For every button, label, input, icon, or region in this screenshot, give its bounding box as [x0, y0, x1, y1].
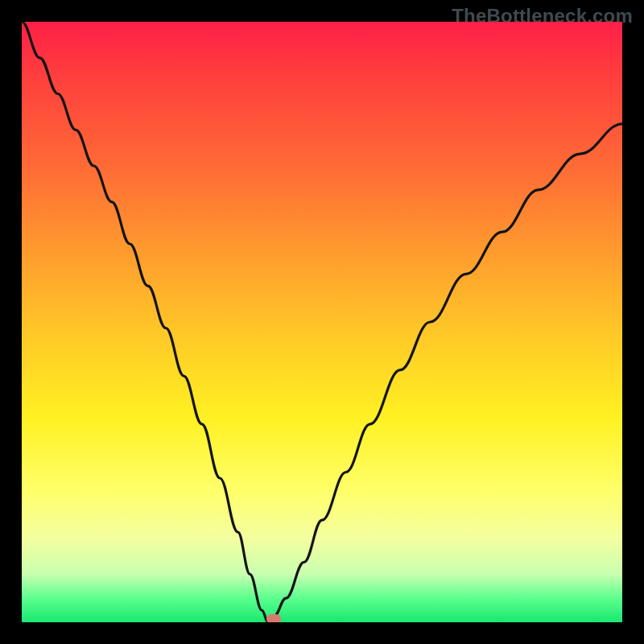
plot-area [22, 22, 622, 622]
minimum-marker [266, 614, 281, 622]
chart-frame: TheBottleneck.com [0, 0, 644, 644]
bottleneck-curve [22, 22, 622, 622]
